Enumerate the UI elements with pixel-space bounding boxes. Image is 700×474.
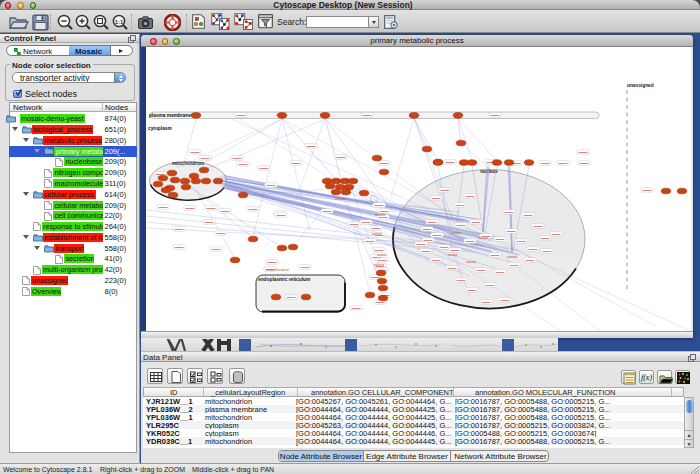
svg-text:mitochondrion: mitochondrion bbox=[172, 161, 204, 166]
svg-text:unassigned: unassigned bbox=[627, 83, 654, 88]
svg-text:1:1: 1:1 bbox=[115, 19, 124, 25]
svg-text:plasma membrane: plasma membrane bbox=[149, 113, 191, 118]
svg-text:mitochondrial: mitochondrial bbox=[266, 268, 289, 272]
svg-text:endoplasmic reticulum: endoplasmic reticulum bbox=[258, 277, 310, 282]
svg-text:cytoplasm: cytoplasm bbox=[148, 126, 172, 131]
